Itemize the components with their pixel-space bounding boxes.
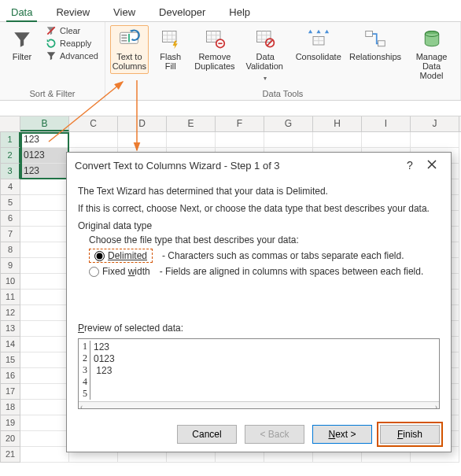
cell[interactable] (20, 431, 69, 447)
col-header-j[interactable]: J (411, 116, 459, 131)
preview-box[interactable]: 1123201233 12345 ‹› (78, 338, 440, 409)
horizontal-scrollbar[interactable]: ‹› (79, 401, 439, 409)
col-header-e[interactable]: E (167, 116, 216, 131)
group-legend: Original data type (78, 220, 440, 234)
choose-label: Choose the file type that best describes… (89, 234, 440, 245)
cell[interactable] (20, 368, 69, 384)
consolidate-button[interactable]: Consolidate (293, 25, 343, 65)
row-header[interactable]: 18 (0, 400, 20, 415)
row-header[interactable]: 12 (0, 305, 20, 321)
reapply-button[interactable]: Reapply (44, 38, 100, 49)
preview-row-number: 4 (80, 376, 90, 388)
cell[interactable] (20, 195, 69, 211)
cell[interactable] (264, 132, 313, 148)
cell[interactable] (20, 290, 69, 305)
cell[interactable] (411, 132, 459, 148)
cell[interactable] (362, 132, 411, 148)
cancel-button[interactable]: Cancel (177, 425, 237, 444)
row-header[interactable]: 8 (0, 242, 20, 258)
radio-fixed-input[interactable] (89, 267, 99, 277)
cell[interactable]: 123 (20, 164, 69, 179)
cell[interactable] (20, 227, 69, 242)
finish-button[interactable]: Finish (380, 425, 440, 444)
row-header[interactable]: 14 (0, 337, 20, 352)
cell[interactable] (20, 179, 69, 195)
row-header[interactable]: 15 (0, 352, 20, 368)
cell[interactable] (20, 447, 69, 463)
filter-button[interactable]: Filter (5, 25, 39, 65)
back-button: < Back (245, 425, 304, 444)
cell[interactable] (20, 211, 69, 227)
clear-button[interactable]: Clear (44, 25, 100, 36)
row-header[interactable]: 4 (0, 179, 20, 195)
row-header[interactable]: 21 (0, 447, 20, 463)
close-button[interactable] (421, 159, 443, 172)
cell[interactable] (20, 274, 69, 290)
cell[interactable] (20, 242, 69, 258)
row-header[interactable]: 11 (0, 290, 20, 305)
data-validation-button[interactable]: Data Validation ▾ (242, 25, 289, 87)
row-header[interactable]: 17 (0, 384, 20, 400)
cell[interactable] (20, 352, 69, 368)
cell[interactable] (216, 132, 264, 148)
manage-data-model-button[interactable]: Manage Data Model (408, 25, 455, 83)
relationships-button[interactable]: Relationships (348, 25, 403, 65)
help-button[interactable]: ? (399, 159, 421, 172)
cell[interactable] (69, 132, 118, 148)
tab-data[interactable]: Data (6, 3, 37, 21)
row-header[interactable]: 6 (0, 211, 20, 227)
radio-fixed-width[interactable]: Fixed width (89, 266, 150, 277)
col-header-b[interactable]: B (20, 116, 69, 131)
ribbon: Filter Clear Reapply Advanced Sort & Fil… (0, 22, 461, 101)
cell[interactable] (20, 337, 69, 352)
col-header-h[interactable]: H (313, 116, 362, 131)
formula-bar[interactable] (0, 101, 461, 116)
tab-help[interactable]: Help (224, 3, 255, 21)
col-header-d[interactable]: D (118, 116, 167, 131)
advanced-button[interactable]: Advanced (44, 50, 100, 61)
row-header[interactable]: 10 (0, 274, 20, 290)
cell[interactable]: 123 (20, 132, 69, 148)
flash-fill-button[interactable]: Flash Fill (153, 25, 188, 74)
grid-row[interactable]: 1123 (0, 132, 461, 148)
row-header[interactable]: 7 (0, 227, 20, 242)
select-all-corner[interactable] (0, 116, 20, 131)
row-header[interactable]: 9 (0, 258, 20, 274)
row-header[interactable]: 19 (0, 415, 20, 431)
cell[interactable]: 0123 (20, 148, 69, 164)
next-button[interactable]: Next > (312, 425, 372, 444)
svg-rect-7 (257, 31, 271, 42)
row-header[interactable]: 3 (0, 164, 20, 179)
cell[interactable] (313, 132, 362, 148)
row-header[interactable]: 2 (0, 148, 20, 164)
col-header-g[interactable]: G (264, 116, 313, 131)
tab-view[interactable]: View (109, 3, 140, 21)
radio-delimited-input[interactable] (94, 251, 105, 261)
row-header[interactable]: 16 (0, 368, 20, 384)
row-header[interactable]: 1 (0, 132, 20, 148)
row-header[interactable]: 13 (0, 321, 20, 337)
row-header[interactable]: 5 (0, 195, 20, 211)
preview-row-value: 0123 (90, 352, 118, 364)
text-to-columns-button[interactable]: Text to Columns (110, 25, 149, 74)
flash-fill-icon (160, 28, 182, 50)
cell[interactable] (20, 321, 69, 337)
col-header-i[interactable]: I (362, 116, 411, 131)
cell[interactable] (20, 305, 69, 321)
cell[interactable] (20, 400, 69, 415)
cell[interactable] (20, 415, 69, 431)
remove-duplicates-button[interactable]: Remove Duplicates (193, 25, 237, 74)
preview-row-number: 3 (80, 364, 90, 376)
col-header-f[interactable]: F (216, 116, 264, 131)
cell[interactable] (20, 384, 69, 400)
advanced-icon (46, 50, 57, 61)
cell[interactable] (20, 258, 69, 274)
col-header-c[interactable]: C (69, 116, 118, 131)
tab-developer[interactable]: Developer (154, 3, 210, 21)
cell[interactable] (167, 132, 216, 148)
cell[interactable] (118, 132, 167, 148)
preview-row-value: 123 (90, 341, 118, 352)
tab-review[interactable]: Review (51, 3, 94, 21)
radio-delimited[interactable]: Delimited (89, 249, 153, 263)
row-header[interactable]: 20 (0, 431, 20, 447)
